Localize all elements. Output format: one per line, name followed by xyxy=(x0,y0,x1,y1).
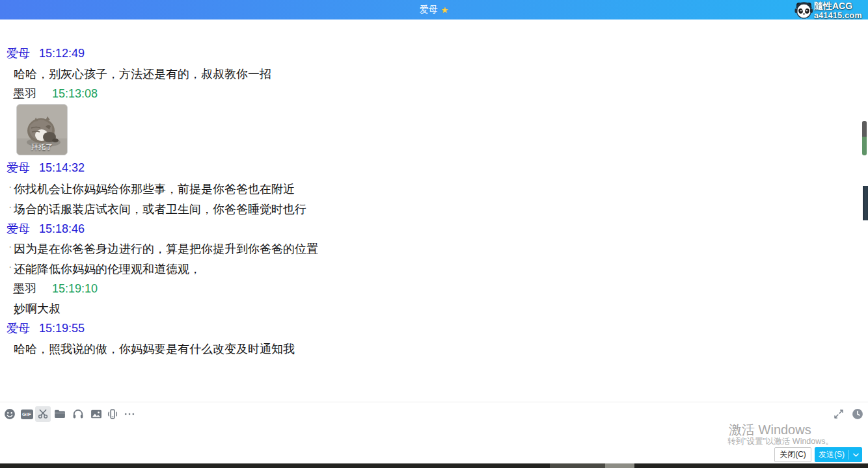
message-time: 15:13:08 xyxy=(52,87,98,100)
author-name[interactable]: 墨羽 xyxy=(13,87,36,100)
chat-window: 爱母 ★ 隨性ACG a41415.com xyxy=(0,0,868,468)
input-toolbar: GIF xyxy=(0,405,868,423)
strip-segment xyxy=(550,463,605,468)
picture-icon xyxy=(90,408,103,421)
emoji-button[interactable] xyxy=(2,406,18,422)
shake-phone-icon xyxy=(106,408,119,421)
brand-site: a41415.com xyxy=(814,12,862,20)
message-text: 妙啊大叔 xyxy=(14,301,61,317)
send-image-button[interactable] xyxy=(88,406,104,422)
gif-icon: GIF xyxy=(21,410,33,419)
message-time: 15:18:46 xyxy=(39,222,85,235)
favorite-star-icon: ★ xyxy=(441,5,449,15)
folder-icon xyxy=(53,408,66,421)
message-header: 爱母15:14:32 xyxy=(7,160,85,176)
message-time: 15:19:10 xyxy=(52,282,98,295)
message-text: ·还能降低你妈妈的伦理观和道德观， xyxy=(14,261,201,277)
message-header: 墨羽15:19:10 xyxy=(13,281,98,296)
scrollbar-fragment-dark[interactable] xyxy=(863,186,868,220)
message-list[interactable]: 爱母15:12:49 哈哈，别灰心孩子，方法还是有的，叔叔教你一招 墨羽15:1… xyxy=(0,20,868,402)
screenshot-button[interactable] xyxy=(35,406,51,422)
message-header: 爱母15:12:49 xyxy=(7,46,85,61)
expand-input-button[interactable] xyxy=(831,406,847,422)
bottom-edge-strip xyxy=(0,463,868,468)
send-button[interactable]: 发送(S) xyxy=(815,447,862,462)
title-bar: 爱母 ★ xyxy=(0,0,868,20)
windows-activation-subtitle: 转到"设置"以激活 Windows。 xyxy=(727,436,834,447)
merge-bullet: · xyxy=(8,181,12,193)
message-text: ·因为是在你爸爸身边进行的，算是把你提升到你爸爸的位置 xyxy=(14,241,318,257)
expand-icon xyxy=(833,408,845,420)
message-text: 哈哈，别灰心孩子，方法还是有的，叔叔教你一招 xyxy=(14,66,271,82)
window-shake-button[interactable] xyxy=(105,406,120,422)
more-icon xyxy=(123,408,136,421)
message-header: 爱母15:18:46 xyxy=(7,221,85,237)
gif-button[interactable]: GIF xyxy=(19,406,34,422)
headphones-icon xyxy=(72,408,85,421)
message-text: ·你找机会让你妈妈给你那些事，前提是你爸爸也在附近 xyxy=(14,181,295,197)
audio-button[interactable] xyxy=(70,406,86,422)
merge-bullet: · xyxy=(8,202,12,213)
strip-segment xyxy=(605,463,634,468)
close-button[interactable]: 关闭(C) xyxy=(774,447,811,462)
author-name[interactable]: 墨羽 xyxy=(13,282,36,295)
message-header: 爱母15:19:55 xyxy=(7,320,85,336)
message-text: 哈哈，照我说的做，你妈妈要是有什么改变及时通知我 xyxy=(14,341,295,357)
message-input[interactable] xyxy=(4,424,720,460)
merge-bullet: · xyxy=(8,261,12,273)
message-time: 15:14:32 xyxy=(39,161,85,174)
brand-name: 隨性ACG xyxy=(814,1,852,10)
send-options-chevron-icon[interactable] xyxy=(849,453,862,457)
history-clock-icon xyxy=(851,408,864,421)
send-file-button[interactable] xyxy=(52,406,68,422)
emoji-icon xyxy=(3,408,16,421)
send-button-label: 发送(S) xyxy=(815,449,848,460)
scrollbar-fragment-green[interactable] xyxy=(862,121,867,155)
sticker-caption: 拜托了 xyxy=(17,142,67,152)
cat-sticker-image[interactable]: 拜托了 xyxy=(16,104,68,155)
message-header: 墨羽15:13:08 xyxy=(13,86,98,101)
author-name[interactable]: 爱母 xyxy=(7,222,30,235)
scissors-icon xyxy=(36,408,49,421)
message-history-button[interactable] xyxy=(850,406,865,422)
message-time: 15:12:49 xyxy=(39,47,85,60)
author-name[interactable]: 爱母 xyxy=(7,47,30,60)
message-time: 15:19:55 xyxy=(39,322,85,335)
merge-bullet: · xyxy=(8,241,12,253)
more-tools-button[interactable] xyxy=(122,406,137,422)
panda-logo-icon xyxy=(794,1,813,21)
brand-watermark: 隨性ACG a41415.com xyxy=(794,1,867,21)
author-name[interactable]: 爱母 xyxy=(7,322,30,335)
window-title: 爱母 xyxy=(420,4,438,16)
window-title-wrap: 爱母 ★ xyxy=(420,0,449,20)
author-name[interactable]: 爱母 xyxy=(7,161,30,174)
message-text: ·场合的话服装店试衣间，或者卫生间，你爸爸睡觉时也行 xyxy=(14,202,306,217)
